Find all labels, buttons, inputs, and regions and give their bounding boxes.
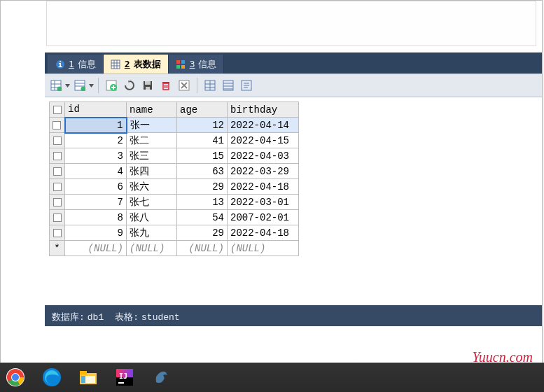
cell-birthday[interactable]: 2022-04-18 <box>228 225 299 241</box>
tab-num: 2 <box>125 59 130 69</box>
row-checkbox-cell[interactable] <box>50 195 65 210</box>
explorer-icon[interactable] <box>77 366 99 388</box>
cell-id[interactable]: 3 <box>65 148 127 164</box>
row-checkbox-cell[interactable] <box>50 179 65 195</box>
checkbox-icon <box>53 152 62 160</box>
intellij-icon[interactable]: IJ <box>113 366 136 388</box>
cell-id[interactable]: 4 <box>65 164 127 179</box>
cell-null[interactable]: (NULL) <box>65 241 127 256</box>
cell-null[interactable]: (NULL) <box>127 241 177 256</box>
table-row[interactable]: 2张二412022-04-15 <box>50 133 299 148</box>
col-header-id[interactable]: id <box>65 102 127 118</box>
row-checkbox-cell[interactable] <box>50 133 65 148</box>
table-row[interactable]: 8张八542007-02-01 <box>50 210 299 225</box>
table-row[interactable]: 7张七132022-03-01 <box>50 195 299 210</box>
text-mode-button[interactable] <box>238 77 255 94</box>
cell-name[interactable]: 张三 <box>127 148 177 164</box>
cancel-button[interactable] <box>176 77 193 94</box>
col-header-birthday[interactable]: birthday <box>228 102 299 118</box>
cell-birthday[interactable]: 2022-04-14 <box>228 118 299 133</box>
cell-null[interactable]: (NULL) <box>228 241 299 256</box>
tab-info-3[interactable]: 3 信息 <box>169 55 225 74</box>
cell-id[interactable]: 1 <box>65 118 127 133</box>
cell-birthday[interactable]: 2022-04-03 <box>228 148 299 164</box>
cell-age[interactable]: 29 <box>177 225 228 241</box>
row-checkbox-cell[interactable] <box>50 118 65 133</box>
tab-label: 信息 <box>78 58 96 71</box>
svg-text:IJ: IJ <box>119 372 127 380</box>
table-icon <box>111 59 121 69</box>
row-checkbox-cell[interactable] <box>50 210 65 225</box>
svg-rect-53 <box>80 371 87 374</box>
view-grid-button[interactable] <box>48 77 64 94</box>
status-db-value: db1 <box>88 312 104 323</box>
chrome-icon[interactable] <box>4 366 27 388</box>
edge-icon[interactable] <box>41 366 63 388</box>
table-row[interactable]: 1张一122022-04-14 <box>50 118 299 133</box>
col-header-name[interactable]: name <box>127 102 177 118</box>
header-checkbox-cell[interactable] <box>50 102 65 118</box>
add-row-button[interactable] <box>103 77 120 94</box>
view-form-button[interactable] <box>71 77 88 94</box>
cell-birthday[interactable]: 2022-03-29 <box>228 164 299 179</box>
view-dropdown-arrow-icon[interactable] <box>64 78 70 93</box>
cell-name[interactable]: 张九 <box>127 225 177 241</box>
status-bar: 数据库: db1 表格: student <box>45 308 542 326</box>
checkbox-icon <box>53 198 62 206</box>
cell-age[interactable]: 13 <box>177 195 228 210</box>
svg-rect-7 <box>176 60 180 64</box>
header-row: id name age birthday <box>50 102 299 118</box>
cell-id[interactable]: 9 <box>65 225 127 241</box>
cell-birthday[interactable]: 2007-02-01 <box>228 210 299 225</box>
new-row[interactable]: *(NULL)(NULL)(NULL)(NULL) <box>50 241 299 256</box>
cell-name[interactable]: 张六 <box>127 179 177 195</box>
cell-name[interactable]: 张八 <box>127 210 177 225</box>
form-dropdown-arrow-icon[interactable] <box>88 78 94 93</box>
table-row[interactable]: 9张九292022-04-18 <box>50 225 299 241</box>
svg-rect-8 <box>181 60 185 64</box>
cell-age[interactable]: 15 <box>177 148 228 164</box>
cell-age[interactable]: 41 <box>177 133 228 148</box>
cell-name[interactable]: 张一 <box>127 118 177 133</box>
row-checkbox-cell[interactable] <box>50 164 65 179</box>
form-mode-button[interactable] <box>220 77 237 94</box>
cell-birthday[interactable]: 2022-04-15 <box>228 133 299 148</box>
cell-name[interactable]: 张二 <box>127 133 177 148</box>
table-row[interactable]: 4张四632022-03-29 <box>50 164 299 179</box>
grid-mode-button[interactable] <box>202 77 218 94</box>
app-frame: i 1 信息 2 表数据 3 信息 <box>0 0 543 368</box>
toolbar <box>45 74 542 97</box>
cell-id[interactable]: 8 <box>65 210 127 225</box>
cell-age[interactable]: 63 <box>177 164 228 179</box>
cell-birthday[interactable]: 2022-04-18 <box>228 179 299 195</box>
svg-rect-9 <box>176 65 180 69</box>
cell-id[interactable]: 2 <box>65 133 127 148</box>
cell-id[interactable]: 7 <box>65 195 127 210</box>
cell-age[interactable]: 29 <box>177 179 228 195</box>
cell-null[interactable]: (NULL) <box>177 241 228 256</box>
cell-age[interactable]: 54 <box>177 210 228 225</box>
info-icon: i <box>55 59 65 69</box>
dolphin-icon[interactable] <box>150 366 172 388</box>
table-row[interactable]: 6张六292022-04-18 <box>50 179 299 195</box>
delete-button[interactable] <box>158 77 174 94</box>
left-sidebar <box>1 52 45 327</box>
cell-id[interactable]: 6 <box>65 179 127 195</box>
cell-birthday[interactable]: 2022-03-01 <box>228 195 299 210</box>
cell-age[interactable]: 12 <box>177 118 228 133</box>
col-header-age[interactable]: age <box>177 102 228 118</box>
table-row[interactable]: 3张三152022-04-03 <box>50 148 299 164</box>
cell-name[interactable]: 张七 <box>127 195 177 210</box>
row-checkbox-cell[interactable] <box>50 148 65 164</box>
cell-name[interactable]: 张四 <box>127 164 177 179</box>
tab-num: 1 <box>69 59 74 69</box>
svg-rect-26 <box>146 87 150 90</box>
tab-table-data[interactable]: 2 表数据 <box>104 55 169 74</box>
row-checkbox-cell[interactable] <box>50 225 65 241</box>
checkbox-icon <box>53 214 62 222</box>
refresh-button[interactable] <box>121 77 138 94</box>
save-button[interactable] <box>139 77 156 94</box>
checkbox-icon <box>53 229 62 237</box>
tab-info-1[interactable]: i 1 信息 <box>48 55 104 74</box>
checkbox-icon <box>53 167 62 176</box>
